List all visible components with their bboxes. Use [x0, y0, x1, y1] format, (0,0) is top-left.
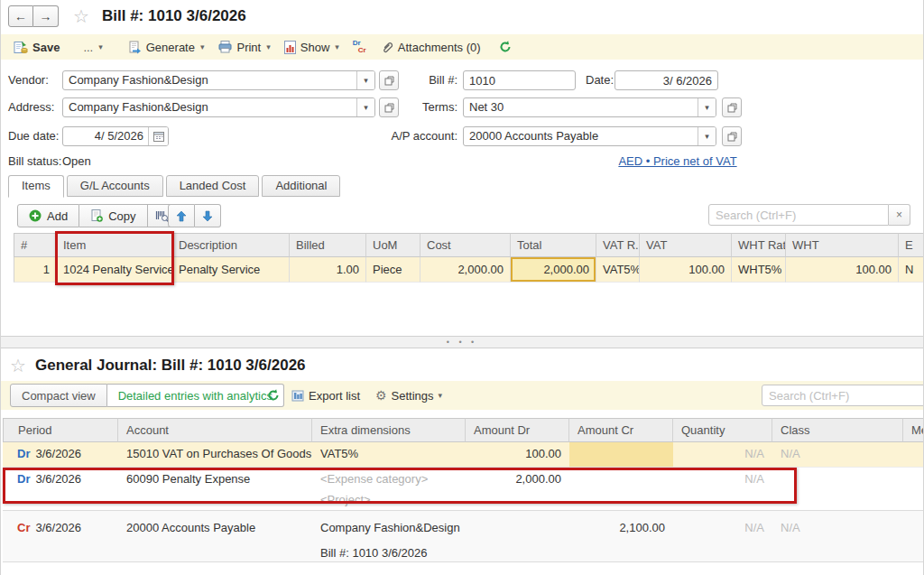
cell-vat[interactable]: 100.00 — [640, 257, 732, 283]
move-row-up-button[interactable] — [168, 204, 195, 227]
tab-additional[interactable]: Additional — [262, 175, 340, 197]
extra-dimension-vendor: Company Fashion&Design — [320, 516, 457, 540]
date-input[interactable] — [614, 70, 718, 90]
col-header-vat-rate[interactable]: VAT R... — [596, 233, 640, 257]
settings-menu[interactable]: ⚙ Settings ▾ — [375, 384, 442, 407]
move-row-down-button[interactable] — [195, 204, 221, 227]
cell-cost[interactable]: 2,000.00 — [420, 257, 511, 283]
open-record-icon — [727, 132, 737, 142]
amount-cr-cell-selected[interactable] — [569, 442, 673, 467]
generate-menu[interactable]: Generate ▾ — [128, 41, 205, 54]
main-toolbar: Save ... ▾ Generate ▾ Print ▾ Show ▾ — [1, 34, 923, 60]
copy-icon — [90, 209, 103, 222]
tab-items[interactable]: Items — [8, 175, 64, 198]
col-header-cost[interactable]: Cost — [420, 233, 511, 257]
cell-description[interactable]: Penalty Service — [172, 257, 290, 283]
cell-wht[interactable]: 100.00 — [786, 257, 899, 283]
refresh-button[interactable] — [499, 41, 512, 53]
items-search-input[interactable] — [708, 204, 889, 226]
clear-search-button[interactable]: × — [889, 204, 910, 226]
col-header-account[interactable]: Account — [118, 418, 312, 442]
save-button[interactable]: Save — [14, 41, 60, 54]
favorite-star-icon[interactable]: ☆ — [10, 357, 26, 375]
bill-number-input[interactable] — [463, 70, 576, 90]
favorite-star-icon[interactable]: ☆ — [73, 7, 89, 25]
memo-value — [903, 468, 923, 510]
cell-total-selected[interactable]: 2,000.00 — [511, 257, 596, 283]
col-header-extra[interactable]: E — [899, 233, 923, 257]
col-header-extra-dimensions[interactable]: Extra dimensions — [312, 418, 466, 442]
col-header-item[interactable]: Item — [57, 233, 172, 257]
col-header-amount-dr[interactable]: Amount Dr — [466, 418, 569, 442]
col-header-total[interactable]: Total — [511, 233, 596, 257]
journal-refresh-button[interactable] — [267, 384, 280, 407]
add-row-button[interactable]: Add — [17, 204, 79, 227]
col-header-class[interactable]: Class — [772, 418, 903, 442]
debit-credit-icon[interactable]: Dr Cr — [352, 39, 370, 55]
col-header-quantity[interactable]: Quantity — [673, 418, 772, 442]
due-date-field[interactable]: 4/ 5/2026 — [62, 126, 169, 146]
more-actions-menu[interactable]: ... ▾ — [83, 41, 102, 54]
bill-number-label: Bill #: — [362, 70, 457, 90]
address-combobox[interactable]: Company Fashion&Design ▾ — [62, 97, 375, 117]
project-placeholder: <Project> — [320, 491, 457, 509]
cell-extra[interactable]: N — [899, 257, 923, 283]
detailed-entries-button[interactable]: Detailed entries with analytics — [107, 384, 284, 407]
items-search: × — [708, 204, 910, 226]
terms-combobox[interactable]: Net 30 ▾ — [463, 97, 716, 117]
col-header-memo[interactable]: Memo — [903, 418, 923, 442]
chevron-down-icon[interactable]: ▾ — [698, 127, 716, 145]
col-header-billed[interactable]: Billed — [290, 233, 366, 257]
forward-button[interactable]: → — [33, 5, 59, 27]
cell-billed[interactable]: 1.00 — [290, 257, 366, 283]
col-header-amount-cr[interactable]: Amount Cr — [569, 418, 673, 442]
items-row-1[interactable]: 1 1024 Penalty Service Penalty Service 1… — [14, 257, 923, 283]
col-header-period[interactable]: Period — [3, 418, 118, 442]
compact-view-button[interactable]: Compact view — [10, 384, 107, 407]
back-button[interactable]: ← — [8, 5, 33, 27]
col-header-num[interactable]: # — [14, 233, 57, 257]
calendar-icon[interactable] — [148, 127, 168, 145]
cell-item[interactable]: 1024 Penalty Service — [57, 257, 172, 283]
ap-account-value: 20000 Accounts Payable — [464, 127, 698, 145]
chevron-down-icon[interactable]: ▾ — [698, 98, 716, 116]
ap-account-label: A/P account: — [362, 126, 457, 146]
journal-row-vat[interactable]: Dr3/6/2026 15010 VAT on Purchases Of Goo… — [3, 442, 923, 467]
export-list-button[interactable]: Export list — [291, 384, 360, 407]
journal-row-accounts-payable[interactable]: Cr3/6/2026 20000 Accounts Payable Compan… — [3, 510, 923, 562]
open-terms-record-button[interactable] — [722, 97, 742, 117]
journal-row-penalty-expense[interactable]: Dr3/6/2026 60090 Penalty Expense <Expens… — [3, 467, 923, 510]
open-ap-account-record-button[interactable] — [722, 126, 742, 146]
print-menu[interactable]: Print ▾ — [218, 41, 270, 54]
pane-splitter[interactable]: • • • — [1, 336, 923, 348]
col-header-vat[interactable]: VAT — [640, 233, 732, 257]
journal-search-input[interactable] — [762, 385, 923, 406]
terms-value: Net 30 — [464, 98, 698, 116]
due-date-value: 4/ 5/2026 — [63, 127, 148, 145]
cell-wht-rate[interactable]: WHT5% — [732, 257, 786, 283]
col-header-wht[interactable]: WHT — [786, 233, 899, 257]
period-value: 3/6/2026 — [35, 447, 81, 460]
vendor-combobox[interactable]: Company Fashion&Design ▾ — [62, 70, 375, 90]
cell-num[interactable]: 1 — [14, 257, 57, 283]
copy-row-button[interactable]: Copy — [79, 204, 147, 227]
tab-gl-accounts[interactable]: G/L Accounts — [67, 175, 163, 197]
cell-vat-rate[interactable]: VAT5% — [596, 257, 640, 283]
tab-landed-cost[interactable]: Landed Cost — [166, 175, 260, 197]
show-menu[interactable]: Show ▾ — [284, 41, 339, 54]
expense-category-placeholder: <Expense category> — [320, 468, 457, 491]
attachments-button[interactable]: Attachments (0) — [381, 41, 481, 54]
currency-price-link[interactable]: AED • Price net of VAT — [587, 152, 768, 172]
vendor-label: Vendor: — [8, 70, 49, 90]
detail-tabs: Items G/L Accounts Landed Cost Additiona… — [8, 175, 343, 198]
journal-grid: Period Account Extra dimensions Amount D… — [3, 418, 923, 562]
col-header-wht-rate[interactable]: WHT Rate — [732, 233, 786, 257]
class-value: N/A — [781, 516, 895, 540]
date-label: Date: — [586, 70, 614, 90]
memo-value — [903, 511, 923, 561]
ap-account-combobox[interactable]: 20000 Accounts Payable ▾ — [463, 126, 716, 146]
col-header-uom[interactable]: UoM — [366, 233, 420, 257]
col-header-description[interactable]: Description — [172, 233, 290, 257]
journal-view-button-group: Compact view Detailed entries with analy… — [10, 384, 284, 407]
cell-uom[interactable]: Piece — [366, 257, 420, 283]
